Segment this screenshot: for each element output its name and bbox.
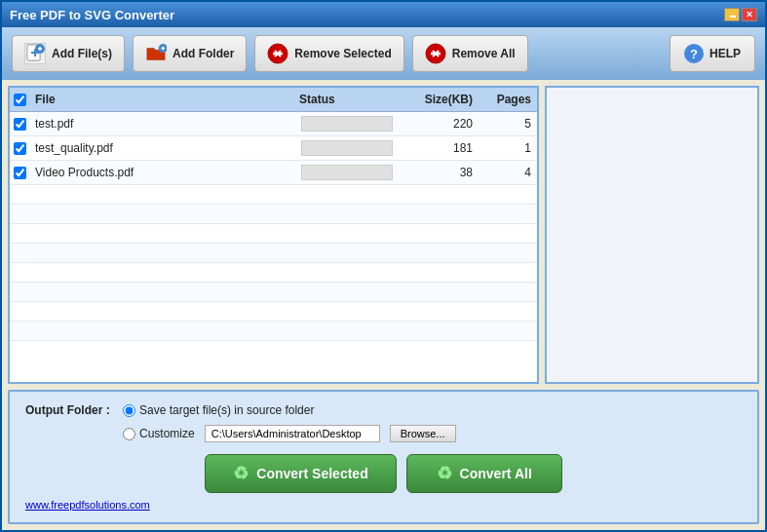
output-folder-row: Output Folder : Save target file(s) in s… (25, 403, 742, 417)
help-button[interactable]: ? HELP (670, 35, 755, 72)
convert-all-button[interactable]: ♻ Convert AlI (406, 454, 562, 493)
remove-selected-label: Remove Selected (294, 47, 391, 60)
remove-all-icon (425, 43, 446, 64)
convert-all-icon: ♻ (437, 463, 452, 484)
file-table: File Status Size(KB) Pages test.pdf 220 … (8, 86, 539, 384)
table-row: test_quality.pdf 181 1 (10, 136, 537, 161)
add-folder-icon (145, 43, 167, 64)
row-status-1 (293, 112, 401, 135)
table-header: File Status Size(KB) Pages (10, 88, 537, 112)
table-row (10, 302, 537, 322)
main-content: File Status Size(KB) Pages test.pdf 220 … (2, 80, 765, 390)
close-button[interactable]: ✕ (742, 8, 757, 21)
remove-all-label: Remove All (452, 47, 516, 60)
save-source-option[interactable]: Save target file(s) in source folder (123, 403, 314, 417)
convert-all-label: Convert AlI (460, 466, 532, 481)
customize-row: Customize C:\Users\Administrator\Desktop… (123, 425, 742, 442)
row-checkbox-2 (10, 140, 29, 157)
save-source-label: Save target file(s) in source folder (139, 403, 314, 417)
toolbar: Add File(s) Add Folder (2, 27, 765, 80)
remove-selected-icon (267, 43, 288, 64)
table-row (10, 283, 537, 302)
footer-link[interactable]: www.freepdfsolutions.com (25, 499, 150, 511)
row-pages-3: 4 (479, 164, 537, 181)
preview-panel (545, 86, 759, 384)
path-input[interactable]: C:\Users\Administrator\Desktop (205, 425, 380, 442)
footer-link-container: www.freepdfsolutions.com (25, 499, 742, 511)
table-row: Video Products.pdf 38 4 (10, 161, 537, 185)
add-folder-label: Add Folder (173, 47, 234, 60)
minimize-button[interactable]: 🗕 (724, 8, 740, 21)
header-check[interactable] (14, 94, 26, 106)
save-source-radio[interactable] (123, 404, 135, 417)
help-icon: ? (684, 44, 704, 63)
row-file-3: Video Products.pdf (29, 164, 293, 181)
convert-selected-label: Convert Selected (256, 466, 367, 481)
window-title: Free PDF to SVG Converter (10, 8, 174, 22)
add-files-button[interactable]: Add File(s) (12, 35, 125, 72)
table-row (10, 185, 537, 205)
customize-radio[interactable] (123, 428, 135, 440)
browse-button[interactable]: Browse... (390, 425, 456, 442)
remove-selected-button[interactable]: Remove Selected (254, 35, 403, 72)
header-status: Status (293, 90, 401, 109)
table-row (10, 205, 537, 224)
output-folder-label: Output Folder : (25, 403, 113, 417)
title-bar-controls: 🗕 ✕ (724, 8, 757, 21)
add-folder-button[interactable]: Add Folder (133, 35, 247, 72)
table-row (10, 244, 537, 263)
customize-option[interactable]: Customize (123, 427, 195, 440)
table-row (10, 263, 537, 283)
row-size-3: 38 (401, 164, 479, 181)
table-body: test.pdf 220 5 test_quality.pdf 181 1 (10, 112, 537, 382)
help-label: HELP (709, 47, 741, 60)
header-size: Size(KB) (401, 90, 479, 109)
table-row: test.pdf 220 5 (10, 112, 537, 136)
row-pages-1: 5 (479, 115, 537, 133)
convert-selected-button[interactable]: ♻ Convert Selected (205, 454, 396, 493)
row-checkbox-3 (10, 165, 29, 181)
add-file-icon (24, 43, 46, 64)
table-row (10, 224, 537, 244)
title-bar: Free PDF to SVG Converter 🗕 ✕ (2, 2, 765, 27)
header-checkbox (10, 90, 29, 109)
row-checkbox-1 (10, 116, 29, 133)
check-1[interactable] (14, 118, 26, 131)
header-file: File (29, 90, 293, 109)
convert-selected-icon: ♻ (233, 463, 249, 484)
row-file-1: test.pdf (29, 115, 293, 133)
remove-all-button[interactable]: Remove All (412, 35, 528, 72)
customize-label: Customize (139, 427, 195, 440)
row-file-2: test_quality.pdf (29, 139, 293, 157)
row-status-3 (293, 161, 401, 184)
table-row (10, 322, 537, 341)
check-2[interactable] (14, 142, 26, 155)
row-size-2: 181 (401, 139, 479, 157)
add-files-label: Add File(s) (52, 47, 112, 60)
bottom-panel: Output Folder : Save target file(s) in s… (8, 390, 759, 524)
convert-buttons: ♻ Convert Selected ♻ Convert AlI (25, 454, 742, 493)
row-size-1: 220 (401, 115, 479, 133)
row-pages-2: 1 (479, 139, 537, 157)
check-3[interactable] (14, 167, 26, 179)
row-status-2 (293, 136, 401, 160)
main-window: Free PDF to SVG Converter 🗕 ✕ Add File(s… (0, 0, 767, 532)
header-pages: Pages (479, 90, 537, 109)
